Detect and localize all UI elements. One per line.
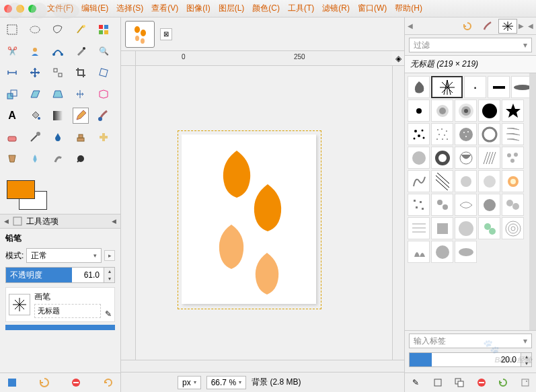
menu-tools[interactable]: 工具(T)	[284, 1, 318, 16]
brush-swatch[interactable]	[502, 170, 524, 192]
mode-select[interactable]: 正常▾	[26, 248, 102, 263]
reset-preset-icon[interactable]	[102, 376, 115, 389]
vertical-ruler[interactable]	[121, 66, 136, 360]
tool-smudge[interactable]	[50, 151, 66, 167]
unit-select[interactable]: px▾	[178, 376, 201, 389]
brush-swatch[interactable]	[455, 241, 477, 263]
brush-swatch[interactable]	[502, 147, 524, 169]
brush-swatch-selected[interactable]	[431, 76, 463, 98]
brush-swatch[interactable]	[488, 76, 510, 98]
h-scrollbar[interactable]	[136, 360, 404, 372]
tab-brushes[interactable]	[498, 19, 517, 34]
tool-clone[interactable]	[73, 129, 89, 145]
tool-dodge[interactable]	[73, 151, 89, 167]
brush-duplicate-button[interactable]	[453, 376, 466, 389]
menu-filters[interactable]: 滤镜(R)	[318, 1, 354, 16]
brush-swatch[interactable]	[455, 217, 477, 239]
brush-swatch[interactable]	[455, 100, 477, 122]
brush-swatch[interactable]	[502, 100, 524, 122]
brush-swatch[interactable]	[408, 100, 430, 122]
tool-scale[interactable]	[4, 86, 20, 102]
brush-swatch[interactable]	[478, 217, 500, 239]
dock-menu-icon[interactable]: ◀	[112, 218, 116, 225]
brush-refresh-button[interactable]	[496, 376, 510, 389]
brush-selector[interactable]: 画笔 无标题 ✎	[5, 287, 115, 322]
menu-select[interactable]: 选择(S)	[112, 1, 147, 16]
tool-paths[interactable]	[50, 43, 66, 59]
brush-swatch[interactable]	[502, 123, 524, 145]
brush-filter-input[interactable]: 过滤▾	[409, 38, 532, 52]
delete-preset-icon[interactable]	[69, 376, 83, 389]
brush-swatch[interactable]	[478, 123, 500, 145]
horizontal-ruler[interactable]: 0 250	[136, 51, 392, 66]
brush-swatch[interactable]	[431, 100, 453, 122]
tool-magnify[interactable]: 🔍	[95, 43, 112, 59]
tab-close-button[interactable]: ⊠	[160, 28, 172, 40]
color-swatches[interactable]	[7, 180, 47, 210]
brush-swatch[interactable]	[478, 147, 500, 169]
brush-swatch[interactable]	[408, 194, 430, 216]
brush-swatch[interactable]	[431, 194, 453, 216]
menu-color[interactable]: 颜色(C)	[248, 1, 284, 16]
tool-pencil[interactable]	[73, 108, 89, 124]
tab-undo-history[interactable]	[458, 19, 477, 34]
tool-ellipse-select[interactable]	[27, 22, 43, 38]
brush-edit-button[interactable]: ✎	[409, 376, 422, 389]
tool-options-header[interactable]: ◀ 工具选项 ◀	[0, 214, 120, 229]
tool-blur[interactable]	[27, 151, 43, 167]
brush-swatch[interactable]	[431, 123, 453, 145]
nav-button[interactable]: ◈	[392, 51, 404, 66]
tool-flip[interactable]	[73, 86, 89, 102]
brush-swatch[interactable]	[455, 147, 477, 169]
size-slider[interactable]	[5, 325, 115, 330]
menu-image[interactable]: 图像(I)	[182, 1, 214, 16]
tool-free-select[interactable]	[50, 22, 66, 38]
brush-swatch[interactable]	[408, 123, 430, 145]
image-tab[interactable]	[125, 21, 155, 48]
tab-paintbrush[interactable]	[478, 19, 497, 34]
tool-fuzzy-select[interactable]	[73, 22, 89, 38]
tool-rect-select[interactable]	[4, 22, 20, 38]
tool-ink[interactable]	[50, 129, 66, 145]
tool-shear[interactable]	[27, 86, 43, 102]
tool-align[interactable]	[50, 65, 66, 81]
brush-swatch[interactable]	[455, 194, 477, 216]
brush-edit-icon[interactable]: ✎	[105, 309, 112, 319]
menu-view[interactable]: 查看(V)	[147, 1, 182, 16]
tool-text[interactable]: A	[4, 108, 20, 124]
opacity-spinner[interactable]: ▴▾	[104, 268, 114, 282]
tool-foreground-select[interactable]	[27, 43, 43, 59]
menu-window[interactable]: 窗口(W)	[354, 1, 391, 16]
brush-swatch[interactable]	[408, 147, 430, 169]
tool-airbrush[interactable]	[27, 129, 43, 145]
save-preset-icon[interactable]	[5, 376, 19, 389]
v-scrollbar[interactable]	[392, 66, 404, 360]
dock-menu-arrow[interactable]: ◀	[528, 22, 533, 30]
tool-select-by-color[interactable]	[95, 22, 112, 38]
mode-extra-button[interactable]: ▸	[104, 250, 115, 261]
brush-swatch[interactable]	[478, 170, 500, 192]
tool-cage[interactable]	[95, 86, 112, 102]
brush-open-as-image-button[interactable]	[519, 376, 532, 389]
tool-eraser[interactable]	[4, 129, 20, 145]
brush-swatch[interactable]	[455, 170, 477, 192]
brush-swatch[interactable]	[431, 170, 453, 192]
brush-swatch[interactable]	[431, 147, 453, 169]
canvas[interactable]	[182, 134, 316, 304]
tool-heal[interactable]	[95, 129, 112, 145]
brush-swatch[interactable]	[502, 217, 524, 239]
fg-color-swatch[interactable]	[7, 180, 35, 199]
tool-scissors[interactable]: ✂️	[4, 43, 20, 59]
brush-swatch[interactable]: ·	[464, 76, 486, 98]
brush-swatch[interactable]	[431, 241, 453, 263]
menu-help[interactable]: 帮助(H)	[391, 1, 426, 16]
tool-color-picker[interactable]	[73, 43, 89, 59]
brush-swatch[interactable]	[408, 217, 430, 239]
brush-new-button[interactable]	[431, 376, 445, 389]
brush-tag-input[interactable]: 输入标签▾	[409, 334, 532, 348]
brush-swatch[interactable]	[408, 241, 430, 263]
tool-rotate[interactable]	[95, 65, 112, 81]
tool-measure[interactable]	[4, 65, 20, 81]
brush-swatch[interactable]	[408, 76, 430, 98]
tool-crop[interactable]	[73, 65, 89, 81]
